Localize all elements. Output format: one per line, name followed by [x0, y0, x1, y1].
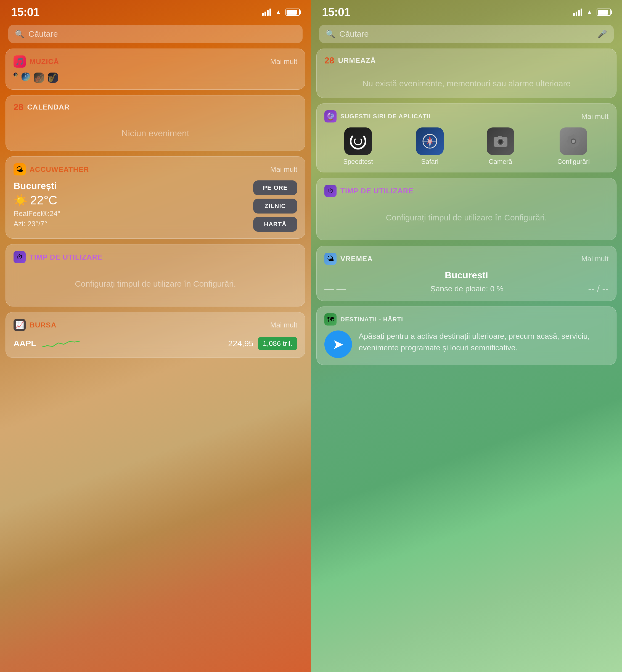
- album-item[interactable]: 🎷: [48, 73, 58, 83]
- market-cap: 1,086 tril.: [258, 337, 297, 350]
- weather-header-right: 🌤 VREMEA Mai mult: [324, 253, 609, 265]
- left-panel: 15:01 ▲ 🔍 Căutare 🎵 MUZICĂ Mai mult: [0, 0, 311, 672]
- siri-app-settings[interactable]: Configurări: [557, 127, 590, 165]
- svg-point-7: [498, 140, 503, 144]
- map-button[interactable]: HARTĂ: [253, 217, 297, 232]
- weather-content: București ☀️ 22°C RealFeel®:24° Azi: 23°…: [13, 180, 297, 232]
- accuweather-more[interactable]: Mai mult: [270, 165, 297, 174]
- screentime-title-left: TIMP DE UTILIZARE: [30, 253, 103, 262]
- search-bar-left[interactable]: 🔍 Căutare: [8, 25, 303, 43]
- destinations-title: DESTINAȚII - HĂRȚI: [340, 316, 403, 323]
- status-icons-right: ▲: [573, 8, 611, 16]
- search-icon-left: 🔍: [15, 30, 25, 39]
- music-title: MUZICĂ: [30, 58, 59, 66]
- album-cover-4: 🎷: [48, 73, 58, 83]
- right-panel: 15:01 ▲ 🔍 Căutare 🎤 28 URMEAZĂ Nu există…: [311, 0, 622, 672]
- siri-widget: 🔮 SUGESTII SIRI DE APLICAȚII Mai mult Sp…: [316, 104, 617, 173]
- album-cover-3: 🎻: [34, 73, 44, 83]
- search-bar-right[interactable]: 🔍 Căutare 🎤: [319, 25, 614, 43]
- signal-icon-left: [262, 8, 271, 16]
- album-cover-2: ⏱: [22, 73, 30, 81]
- svg-rect-14: [566, 140, 569, 142]
- album-item[interactable]: 🎻: [34, 73, 44, 83]
- album-item[interactable]: ⏱: [22, 73, 30, 83]
- weather-rain-chance: Șanse de ploaie: 0 %: [430, 285, 504, 293]
- screentime-icon-left: ⏱: [13, 251, 26, 263]
- settings-icon: [560, 127, 587, 155]
- real-feel: RealFeel®:24°: [13, 210, 61, 218]
- time-right: 15:01: [322, 5, 350, 19]
- siri-more[interactable]: Mai mult: [581, 112, 609, 121]
- status-icons-left: ▲: [262, 8, 300, 16]
- weather-title-right: VREMEA: [340, 255, 373, 263]
- music-widget-header: 🎵 MUZICĂ Mai mult: [13, 55, 297, 68]
- svg-point-11: [572, 140, 575, 143]
- calendar-day: 28: [13, 102, 24, 112]
- stock-chart: [42, 336, 223, 351]
- bursa-icon: 📈: [13, 319, 26, 331]
- accuweather-icon: 🌤: [13, 163, 26, 176]
- accuweather-title: ACCUWEATHER: [30, 165, 89, 174]
- destinations-header: 🗺 DESTINAȚII - HĂRȚI: [324, 313, 609, 326]
- search-placeholder-right: Căutare: [339, 29, 369, 39]
- upcoming-widget: 28 URMEAZĂ Nu există evenimente, memento…: [316, 48, 617, 98]
- upcoming-header: 28 URMEAZĂ: [324, 55, 609, 66]
- camera-icon: [487, 127, 514, 155]
- destinations-icon: 🗺: [324, 313, 337, 326]
- battery-icon-left: [285, 8, 300, 16]
- status-bar-right: 15:01 ▲: [311, 0, 622, 22]
- weather-city-right: București: [324, 270, 609, 281]
- bursa-header: 📈 BURSA Mai mult: [13, 319, 297, 331]
- siri-app-camera[interactable]: Cameră: [487, 127, 514, 165]
- album-item[interactable]: ♪: [13, 73, 18, 83]
- screentime-header-left: ⏱ TIMP DE UTILIZARE: [13, 251, 297, 263]
- hourly-button[interactable]: PE ORE: [253, 180, 297, 195]
- weather-more-right[interactable]: Mai mult: [581, 255, 609, 263]
- svg-rect-8: [498, 136, 502, 138]
- speedtest-label: Speedtest: [343, 158, 373, 165]
- siri-icon: 🔮: [324, 110, 337, 122]
- calendar-title: CALENDAR: [27, 103, 70, 111]
- siri-app-safari[interactable]: Safari: [416, 127, 444, 165]
- upcoming-day: 28: [324, 55, 334, 66]
- destinations-widget: 🗺 DESTINAȚII - HĂRȚI ➤ Apăsați pentru a …: [316, 306, 617, 365]
- svg-rect-12: [573, 134, 574, 137]
- siri-apps: Speedtest Safari: [324, 127, 609, 165]
- screentime-icon-right: ⏱: [324, 185, 337, 197]
- camera-label: Cameră: [489, 158, 512, 165]
- svg-rect-15: [578, 140, 580, 142]
- wifi-icon-left: ▲: [275, 8, 282, 16]
- destinations-text: Apăsați pentru a activa destinații ulter…: [358, 331, 609, 353]
- settings-label: Configurări: [557, 158, 590, 165]
- siri-app-speedtest[interactable]: Speedtest: [343, 127, 373, 165]
- calendar-widget-header: 28 CALENDAR: [13, 102, 297, 112]
- time-left: 15:01: [11, 5, 39, 19]
- weather-dashes-left: — —: [324, 283, 346, 294]
- calendar-widget: 28 CALENDAR Niciun eveniment: [5, 95, 305, 151]
- screentime-widget-right: ⏱ TIMP DE UTILIZARE Configurați timpul d…: [316, 178, 617, 240]
- wifi-icon-right: ▲: [586, 8, 593, 16]
- weather-dashes-right: -- / --: [588, 283, 609, 294]
- music-albums: ♪ ⏱ 🎻 🎷: [13, 73, 297, 83]
- screentime-title-right: TIMP DE UTILIZARE: [340, 187, 414, 195]
- bursa-row: AAPL 224,95 1,086 tril.: [13, 336, 297, 351]
- temperature: 22°C: [30, 193, 57, 207]
- daily-button[interactable]: ZILNIC: [253, 199, 297, 214]
- safari-label: Safari: [421, 158, 439, 165]
- safari-icon: [416, 127, 444, 155]
- status-bar-left: 15:01 ▲: [0, 0, 311, 22]
- search-placeholder-left: Căutare: [28, 29, 58, 39]
- temp-range-left: Azi: 23°/7°: [13, 220, 61, 228]
- siri-title: SUGESTII SIRI DE APLICAȚII: [340, 113, 431, 120]
- upcoming-empty: Nu există evenimente, mementouri sau ala…: [324, 71, 609, 91]
- music-icon: 🎵: [13, 55, 26, 68]
- bursa-more[interactable]: Mai mult: [270, 321, 297, 329]
- music-more[interactable]: Mai mult: [270, 58, 297, 66]
- mic-icon[interactable]: 🎤: [597, 30, 607, 39]
- sun-icon: ☀️: [13, 194, 27, 207]
- screentime-header-right: ⏱ TIMP DE UTILIZARE: [324, 185, 609, 197]
- screentime-empty-right: Configurați timpul de utilizare în Confi…: [324, 202, 609, 233]
- music-widget: 🎵 MUZICĂ Mai mult ♪ ⏱ 🎻: [5, 48, 305, 90]
- weather-icon: 🌤: [324, 253, 337, 265]
- weather-buttons: PE ORE ZILNIC HARTĂ: [253, 180, 297, 232]
